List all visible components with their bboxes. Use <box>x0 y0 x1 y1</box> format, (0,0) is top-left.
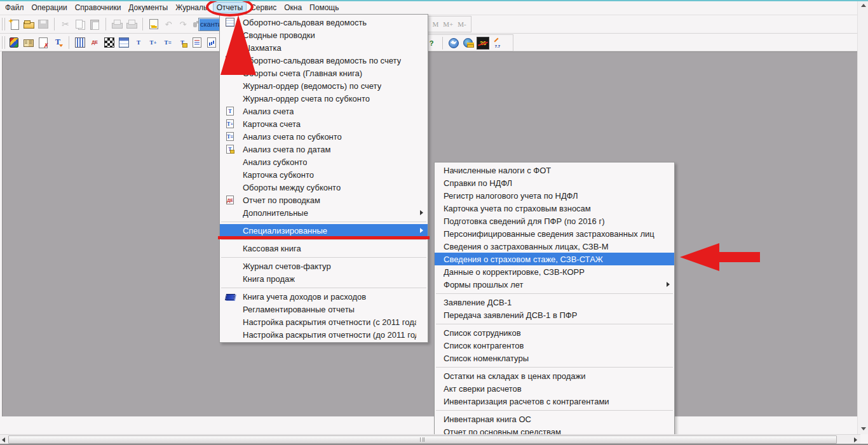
specialized-submenu-item[interactable]: Подготовка сведений для ПФР (по 2016 г) <box>435 215 674 227</box>
specialized-submenu-item[interactable]: Сведения о застрахованных лицах, СЗВ-М <box>435 240 674 253</box>
user-monitor-icon[interactable] <box>147 18 160 30</box>
menu-item-label: Заявление ДСВ-1 <box>444 298 512 307</box>
t-report-icon[interactable]: Т <box>132 36 145 49</box>
reports-menu-item[interactable]: Карточка субконто <box>220 168 428 181</box>
scroll-up-button[interactable] <box>859 2 867 10</box>
scroll-right-button[interactable] <box>851 435 860 444</box>
reports-menu-item[interactable]: Журнал-ордер (ведомость) по счету <box>220 79 428 92</box>
reports-menu-item[interactable]: ТАнализ счета по датам <box>220 143 428 156</box>
t-plus-report-icon[interactable]: Т+ <box>147 36 159 49</box>
specialized-submenu-item[interactable]: Справки по НДФЛ <box>435 176 674 189</box>
reports-menu-item[interactable]: Дополнительные <box>220 206 428 219</box>
menu-item-label: Инвентарная книга ОС <box>444 415 531 424</box>
t-cal-report-icon[interactable]: Т <box>176 36 189 49</box>
save-icon <box>37 18 50 30</box>
menubar-item-label: Журналы <box>175 3 208 12</box>
menu-item-label: Анализ счета по субконто <box>243 132 342 142</box>
horizontal-scrollbar[interactable] <box>0 434 860 444</box>
red-arrow-left-annotation <box>679 242 761 273</box>
scroll-left-button[interactable] <box>0 435 8 444</box>
menubar-item-file[interactable]: Файл <box>1 2 28 13</box>
specialized-submenu-item[interactable]: Формы прошлых лет <box>435 278 674 291</box>
menubar-item-service[interactable]: Сервис <box>247 2 280 13</box>
memory-button: M <box>432 20 438 28</box>
menubar-item-label: Сервис <box>250 3 276 12</box>
menubar-item-operations[interactable]: Операции <box>28 2 71 13</box>
convert-77-icon[interactable]: 7.7 <box>491 37 504 50</box>
calendar-icon[interactable]: 26 <box>477 37 489 50</box>
reports-menu-item[interactable]: Т+Карточка счета <box>220 117 428 130</box>
print-icon <box>111 18 123 30</box>
reports-menu-item[interactable]: Анализ субконто <box>220 156 428 168</box>
reports-menu-item[interactable]: Настройка раскрытия отчетности (до 2011 … <box>220 328 428 341</box>
specialized-submenu-item[interactable]: Регистр налогового учета по НДФЛ <box>435 189 674 202</box>
specialized-submenu-item[interactable]: Список сотрудников <box>435 326 674 339</box>
submenu-arrow-icon <box>667 282 670 287</box>
reports-menu-item[interactable]: Журнал-ордер счета по субконто <box>220 92 428 105</box>
specialized-submenu-szv-stazh[interactable]: Сведения о страховом стаже, СЗВ-СТАЖ <box>435 253 674 265</box>
menu-separator <box>220 255 428 260</box>
menubar-item-reports[interactable]: Отчеты <box>213 2 247 13</box>
memory-button: M- <box>458 20 466 28</box>
reports-menu-item[interactable]: Книга продаж <box>220 272 428 285</box>
open-folder-icon[interactable] <box>22 18 35 30</box>
reports-menu-item[interactable]: Регламентированные отчеты <box>220 303 428 315</box>
toolbar-standard-buttons <box>8 17 204 31</box>
menubar-item-windows[interactable]: Окна <box>280 2 306 13</box>
t-list-report-icon[interactable]: Т≡ <box>161 36 174 49</box>
menubar-item-label: Документы <box>128 3 168 12</box>
doc-lines-icon[interactable] <box>191 36 203 49</box>
specialized-submenu-item[interactable]: Список контрагентов <box>435 339 674 352</box>
dove-globe-icon[interactable] <box>447 37 460 50</box>
new-document-icon[interactable] <box>8 18 20 30</box>
vertical-scrollbar[interactable] <box>857 1 868 434</box>
reports-menu-item[interactable]: Книга учета доходов и расходов <box>220 290 428 303</box>
undo-icon <box>162 18 175 30</box>
chess-sheet-icon[interactable] <box>103 36 116 49</box>
globe-coins-icon[interactable] <box>462 37 475 50</box>
reports-menu-item[interactable]: Настройка раскрытия отчетности (с 2011 г… <box>220 315 428 328</box>
scroll-down-button[interactable] <box>859 425 867 432</box>
reports-menu-item[interactable]: Т≡Анализ счета по субконто <box>220 130 428 143</box>
menubar-item-label: Помощь <box>309 3 339 12</box>
guide-book-icon[interactable] <box>8 36 20 49</box>
menu-item-label: Книга учета доходов и расходов <box>243 292 366 302</box>
journal-book-icon[interactable] <box>22 36 35 49</box>
reports-menu-item[interactable]: Кассовая книга <box>220 242 428 255</box>
specialized-submenu-item[interactable]: Данные о корректировке, СЗВ-КОРР <box>435 265 674 278</box>
menu-item-label: Регламентированные отчеты <box>243 305 355 314</box>
specialized-submenu-item[interactable]: Остатки на складах в ценах продажи <box>435 369 674 382</box>
specialized-submenu-item[interactable]: Передача заявлений ДСВ-1 в ПФР <box>435 309 674 321</box>
specialized-submenu-item[interactable]: Заявление ДСВ-1 <box>435 296 674 309</box>
specialized-submenu-item[interactable]: Инвентаризация расчетов с контрагентами <box>435 395 674 408</box>
reports-menu-item[interactable]: ТАнализ счета <box>220 105 428 117</box>
reports-menu-item[interactable]: Обороты между субконто <box>220 181 428 194</box>
summary-columns-icon[interactable] <box>74 36 86 49</box>
check-journal-icon[interactable] <box>37 36 50 49</box>
toolbar-grip[interactable] <box>2 18 5 30</box>
scrollbar-grip-icon <box>420 437 424 442</box>
bar-chart-icon[interactable] <box>205 36 218 49</box>
menubar-item-help[interactable]: Помощь <box>306 2 342 13</box>
horizontal-scrollbar-thumb[interactable] <box>8 435 837 444</box>
account-table-icon[interactable] <box>118 36 130 49</box>
specialized-submenu-item[interactable]: Карточка учета по страховым взносам <box>435 202 674 215</box>
doc-de-icon[interactable]: ДЕ <box>88 36 101 49</box>
reports-menu-item[interactable]: Журнал счетов-фактур <box>220 260 428 272</box>
menu-item-label: Настройка раскрытия отчетности (до 2011 … <box>243 330 416 340</box>
menubar-item-references[interactable]: Справочники <box>71 2 125 13</box>
specialized-submenu-item[interactable]: Инвентарная книга ОС <box>435 413 674 425</box>
copy-icon <box>74 18 86 30</box>
menubar: ФайлОперацииСправочникиДокументыЖурналыО… <box>1 1 342 14</box>
specialized-submenu-item[interactable]: Акт сверки расчетов <box>435 382 674 395</box>
reports-menu-specialized[interactable]: Специализированные <box>220 224 428 237</box>
t-cal-icon: Т <box>225 144 235 154</box>
reports-menu-item[interactable]: ДЕОтчет по проводкам <box>220 194 428 206</box>
specialized-submenu-item[interactable]: Список номенклатуры <box>435 352 674 364</box>
specialized-submenu-item[interactable]: Персонифицированные сведения застрахован… <box>435 227 674 240</box>
toolbar-grip[interactable] <box>2 36 5 49</box>
typical-operation-icon[interactable]: Т <box>51 36 64 49</box>
menubar-item-documents[interactable]: Документы <box>125 2 172 13</box>
specialized-submenu-item[interactable]: Начисленные налоги с ФОТ <box>435 164 674 176</box>
menubar-item-journals[interactable]: Журналы <box>172 2 212 13</box>
